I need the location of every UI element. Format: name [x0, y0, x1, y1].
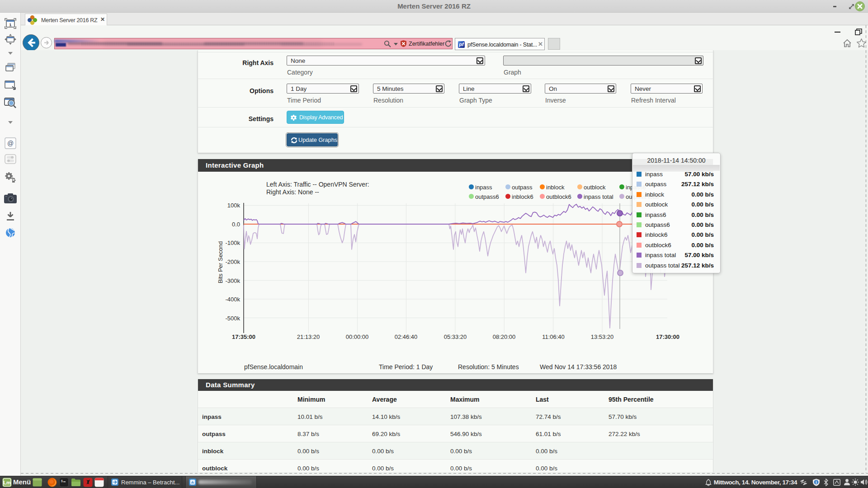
svg-text:@: @	[7, 140, 13, 147]
svg-text:Lm: Lm	[3, 480, 11, 485]
svg-text:$: $	[61, 479, 63, 483]
svg-text:1: 1	[9, 22, 12, 27]
